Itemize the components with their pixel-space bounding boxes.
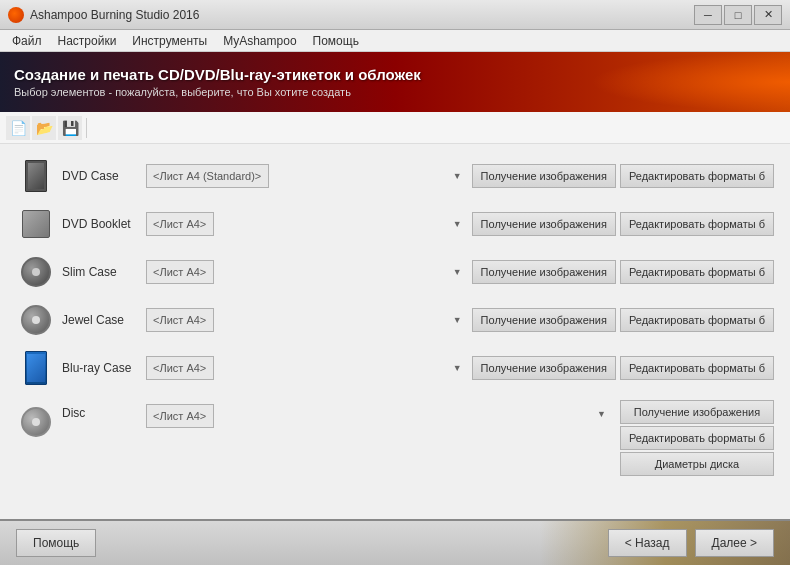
disc-select-wrapper: <Лист А4> [146, 400, 612, 428]
slim-case-edit-formats-button[interactable]: Редактировать форматы б [620, 260, 774, 284]
next-button[interactable]: Далее > [695, 529, 775, 557]
dvd-booklet-select[interactable]: <Лист А4> [146, 212, 214, 236]
slim-case-select[interactable]: <Лист А4> [146, 260, 214, 284]
disc-select[interactable]: <Лист А4> [146, 404, 214, 428]
menu-file[interactable]: Файл [4, 32, 50, 50]
bluray-case-select[interactable]: <Лист А4> [146, 356, 214, 380]
slim-case-label: Slim Case [56, 265, 146, 279]
title-bar: Ashampoo Burning Studio 2016 ─ □ ✕ [0, 0, 790, 30]
save-button[interactable]: 💾 [58, 116, 82, 140]
disc-get-image-button[interactable]: Получение изображения [620, 400, 774, 424]
slim-case-icon [16, 252, 56, 292]
dvd-case-select-wrapper: <Лист А4 (Standard)> [146, 164, 468, 188]
dvd-booklet-row: DVD Booklet <Лист А4> Получение изображе… [16, 204, 774, 244]
slim-case-get-image-button[interactable]: Получение изображения [472, 260, 616, 284]
menu-myashampoo[interactable]: MyAshampoo [215, 32, 304, 50]
bluray-case-select-wrapper: <Лист А4> [146, 356, 468, 380]
new-button[interactable]: 📄 [6, 116, 30, 140]
slim-case-select-wrapper: <Лист А4> [146, 260, 468, 284]
header-title: Создание и печать CD/DVD/Blu-ray-этикето… [14, 66, 776, 83]
dvd-booklet-icon [16, 204, 56, 244]
minimize-button[interactable]: ─ [694, 5, 722, 25]
content-area: DVD Case <Лист А4 (Standard)> Получение … [0, 144, 790, 519]
dvd-case-get-image-button[interactable]: Получение изображения [472, 164, 616, 188]
toolbar: 📄 📂 💾 [0, 112, 790, 144]
jewel-case-label: Jewel Case [56, 313, 146, 327]
open-button[interactable]: 📂 [32, 116, 56, 140]
title-bar-text: Ashampoo Burning Studio 2016 [30, 8, 694, 22]
jewel-case-icon [16, 300, 56, 340]
jewel-case-row: Jewel Case <Лист А4> Получение изображен… [16, 300, 774, 340]
dvd-booklet-select-wrapper: <Лист А4> [146, 212, 468, 236]
slim-case-row: Slim Case <Лист А4> Получение изображени… [16, 252, 774, 292]
dvd-case-label: DVD Case [56, 169, 146, 183]
bluray-case-get-image-button[interactable]: Получение изображения [472, 356, 616, 380]
dvd-booklet-label: DVD Booklet [56, 217, 146, 231]
bluray-case-icon [16, 348, 56, 388]
dvd-case-row: DVD Case <Лист А4 (Standard)> Получение … [16, 156, 774, 196]
dvd-case-icon [16, 156, 56, 196]
jewel-case-edit-formats-button[interactable]: Редактировать форматы б [620, 308, 774, 332]
menu-settings[interactable]: Настройки [50, 32, 125, 50]
dvd-booklet-get-image-button[interactable]: Получение изображения [472, 212, 616, 236]
jewel-case-get-image-button[interactable]: Получение изображения [472, 308, 616, 332]
jewel-case-select-wrapper: <Лист А4> [146, 308, 468, 332]
footer: Помощь < Назад Далее > [0, 519, 790, 565]
bluray-case-edit-formats-button[interactable]: Редактировать форматы б [620, 356, 774, 380]
dvd-case-select[interactable]: <Лист А4 (Standard)> [146, 164, 269, 188]
disc-diameter-button[interactable]: Диаметры диска [620, 452, 774, 476]
header-subtitle: Выбор элементов - пожалуйста, выберите, … [14, 86, 776, 98]
disc-icon [16, 400, 56, 440]
header-banner: Создание и печать CD/DVD/Blu-ray-этикето… [0, 52, 790, 112]
app-icon [8, 7, 24, 23]
bluray-case-label: Blu-ray Case [56, 361, 146, 375]
disc-extra-buttons: Получение изображения Редактировать форм… [616, 400, 774, 476]
disc-label: Disc [56, 400, 146, 420]
bluray-case-row: Blu-ray Case <Лист А4> Получение изображ… [16, 348, 774, 388]
footer-nav-buttons: < Назад Далее > [608, 529, 774, 557]
menu-help[interactable]: Помощь [305, 32, 367, 50]
title-bar-buttons: ─ □ ✕ [694, 5, 782, 25]
menu-bar: Файл Настройки Инструменты MyAshampoo По… [0, 30, 790, 52]
dvd-case-edit-formats-button[interactable]: Редактировать форматы б [620, 164, 774, 188]
help-button[interactable]: Помощь [16, 529, 96, 557]
toolbar-separator [86, 118, 87, 138]
menu-tools[interactable]: Инструменты [124, 32, 215, 50]
disc-edit-formats-button[interactable]: Редактировать форматы б [620, 426, 774, 450]
back-button[interactable]: < Назад [608, 529, 687, 557]
jewel-case-select[interactable]: <Лист А4> [146, 308, 214, 332]
dvd-booklet-edit-formats-button[interactable]: Редактировать форматы б [620, 212, 774, 236]
maximize-button[interactable]: □ [724, 5, 752, 25]
close-button[interactable]: ✕ [754, 5, 782, 25]
disc-row: Disc <Лист А4> Получение изображения Ред… [16, 396, 774, 476]
